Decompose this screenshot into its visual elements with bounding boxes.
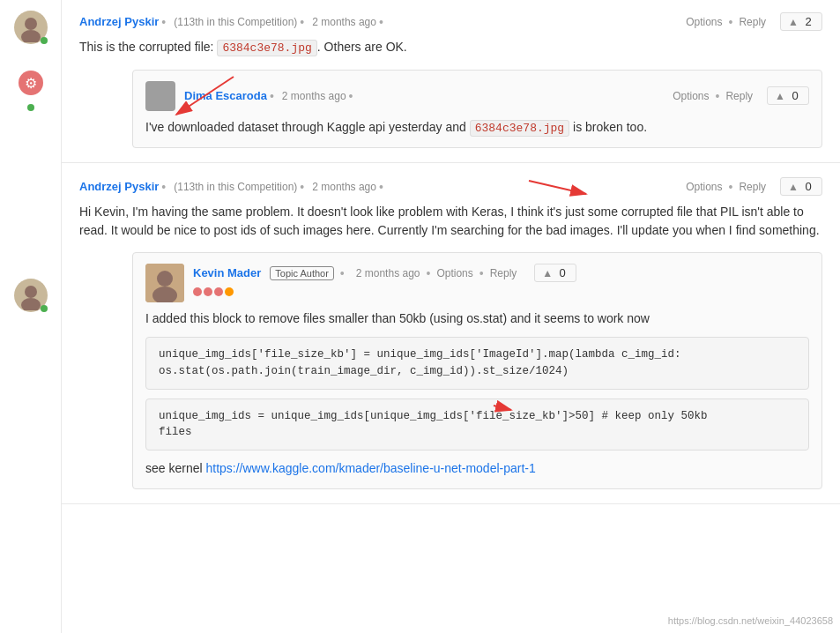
nested-2-kernel-link[interactable]: https://www.kaggle.com/kmader/baseline-u… xyxy=(205,461,535,475)
comment-1-author[interactable]: Andrzej Pyskir xyxy=(79,15,159,28)
nested-2-body: I added this block to remove files small… xyxy=(145,309,809,478)
nested-2-vote-up[interactable]: ▲ xyxy=(542,267,553,279)
badge-dot xyxy=(27,104,34,111)
nested-1-vote-up[interactable]: ▲ xyxy=(775,90,785,102)
nested-2-vote-box: ▲ 0 xyxy=(534,264,576,282)
nested-1-options[interactable]: Options xyxy=(673,90,709,102)
nested-1-avatar xyxy=(145,81,175,111)
svg-point-11 xyxy=(157,271,173,287)
comment-2-reply[interactable]: Reply xyxy=(739,181,766,193)
comment-1-options[interactable]: Options xyxy=(686,16,722,28)
nested-1-actions: Options • Reply xyxy=(673,89,753,103)
comment-2-vote-count: 0 xyxy=(802,180,814,193)
comment-1-inline-code: 6384c3e78.jpg xyxy=(217,40,316,56)
nested-2-author-row: Kevin Mader Topic Author • 2 months ago … xyxy=(193,264,809,282)
svg-point-1 xyxy=(21,30,41,42)
nested-2-header: Kevin Mader Topic Author • 2 months ago … xyxy=(145,264,809,302)
karma-dot-4 xyxy=(225,287,234,296)
nested-2-author[interactable]: Kevin Mader xyxy=(193,266,261,279)
svg-point-3 xyxy=(21,298,41,310)
karma-dot-3 xyxy=(214,287,223,296)
nested-1-body-text-2: is broken too. xyxy=(569,120,647,134)
user1-avatar-container xyxy=(14,11,48,44)
nested-comment-1: Dima Escaroda • 2 months ago • Options •… xyxy=(132,70,822,149)
nested-1-author[interactable]: Dima Escaroda xyxy=(184,89,267,102)
karma-dot-1 xyxy=(193,287,202,296)
nested-2-see-kernel: see kernel https://www.kaggle.com/kmader… xyxy=(145,459,809,478)
comment-1-vote-count: 2 xyxy=(802,15,814,28)
comment-2-header: Andrzej Pyskir • (113th in this Competit… xyxy=(79,177,822,196)
nested-2-avatar xyxy=(145,264,184,302)
nested-1-header: Dima Escaroda • 2 months ago • Options •… xyxy=(145,81,809,111)
comment-2-vote-box: ▲ 0 xyxy=(780,177,822,196)
comment-1-body-text-1: This is the corrupted file: xyxy=(79,40,217,54)
comment-1-reply[interactable]: Reply xyxy=(739,16,766,28)
nested-1-vote-box: ▲ 0 xyxy=(767,86,809,105)
nested-2-options[interactable]: Options xyxy=(436,267,472,279)
badge-icon: ⚙ xyxy=(19,71,43,95)
comment-1-vote-up[interactable]: ▲ xyxy=(788,16,799,28)
comment-1-body: This is the corrupted file: 6384c3e78.jp… xyxy=(79,38,822,57)
comment-1-vote-box: ▲ 2 xyxy=(780,12,822,31)
main-content: Andrzej Pyskir • (113th in this Competit… xyxy=(62,0,840,633)
comment-1-time: 2 months ago xyxy=(312,16,376,28)
comment-block-2: Andrzej Pyskir • (113th in this Competit… xyxy=(62,163,840,504)
comment-2-time: 2 months ago xyxy=(312,181,376,193)
nested-2-header-info: Kevin Mader Topic Author • 2 months ago … xyxy=(193,264,809,296)
comment-2-body-long: Hi Kevin, I'm having the same problem. I… xyxy=(79,205,820,237)
nested-1-vote-count: 0 xyxy=(789,89,801,102)
comment-block-1: Andrzej Pyskir • (113th in this Competit… xyxy=(62,0,840,163)
nested-2-body-text-1: I added this block to remove files small… xyxy=(145,309,809,328)
user2-online-dot xyxy=(41,305,48,312)
comment-2-author[interactable]: Andrzej Pyskir xyxy=(79,180,159,193)
comment-2-vote-up[interactable]: ▲ xyxy=(788,181,799,193)
user1-online-dot xyxy=(41,37,48,44)
svg-point-2 xyxy=(25,286,37,298)
nested-1-body-text-1: I've downloaded dataset through Kaggle a… xyxy=(145,120,470,134)
comment-2-body: Hi Kevin, I'm having the same problem. I… xyxy=(79,203,822,240)
nested-2-code-block-1: unique_img_ids['file_size_kb'] = unique_… xyxy=(145,337,809,390)
nested-2-vote-count: 0 xyxy=(556,266,569,279)
watermark: https://blog.csdn.net/weixin_44023658 xyxy=(668,615,833,626)
nested-1-reply[interactable]: Reply xyxy=(725,90,753,102)
nested-2-time: 2 months ago xyxy=(356,267,420,279)
comment-1-header: Andrzej Pyskir • (113th in this Competit… xyxy=(79,12,822,31)
comment-2-options[interactable]: Options xyxy=(686,181,722,193)
nested-1-inline-code: 6384c3e78.jpg xyxy=(470,120,569,137)
svg-point-0 xyxy=(25,18,37,30)
nested-1-body: I've downloaded dataset through Kaggle a… xyxy=(145,118,809,138)
nested-2-topic-author-badge: Topic Author xyxy=(270,266,334,280)
comment-2-actions: Options • Reply xyxy=(686,180,766,194)
user2-avatar-container xyxy=(14,279,48,312)
nested-2-reply[interactable]: Reply xyxy=(490,267,517,279)
nested-comment-2: Kevin Mader Topic Author • 2 months ago … xyxy=(132,252,822,489)
karma-dot-2 xyxy=(204,287,212,296)
comment-1-body-text-2: . Others are OK. xyxy=(317,40,407,54)
comment-1-rank: (113th in this Competition) xyxy=(174,16,297,28)
comment-1-actions: Options • Reply xyxy=(686,15,766,29)
nested-1-time: 2 months ago xyxy=(282,90,346,102)
comment-2-rank: (113th in this Competition) xyxy=(174,181,297,193)
nested-2-karma-dots xyxy=(193,287,809,296)
nested-2-code-block-2: unique_img_ids = unique_img_ids[unique_i… xyxy=(145,398,809,451)
left-sidebar: ⚙ xyxy=(0,0,62,633)
